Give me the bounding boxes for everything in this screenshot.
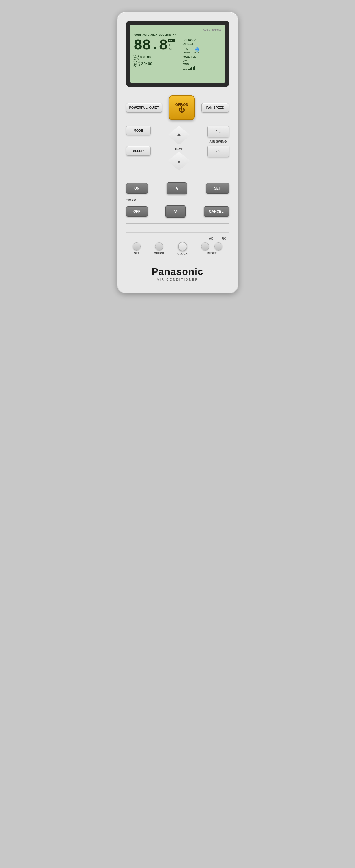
fan-bar-2 — [190, 68, 191, 70]
fan-bar-4 — [193, 66, 194, 70]
air-swing-lr-icon: <> — [216, 149, 220, 154]
lcd-unit-block: OFF °F °C — [168, 39, 175, 51]
lcd-quiet-label: QUIET — [183, 59, 222, 62]
lcd-off-timer-time: 20:00 — [141, 62, 153, 66]
small-btns-row: SET CHECK CLOCK RESET — [126, 242, 229, 255]
clock-group: CLOCK — [178, 242, 188, 255]
divider-1 — [126, 176, 229, 177]
lcd-unit-f: °F — [168, 43, 175, 47]
rc-label: RC — [222, 237, 226, 240]
clock-button[interactable] — [178, 242, 187, 251]
mode-button[interactable]: MODE — [126, 126, 151, 135]
lcd-fan-bars — [188, 66, 195, 70]
offon-button[interactable]: OFF/ON ⏻ — [169, 95, 195, 120]
lcd-temp-display: 88.8 OFF °F °C — [134, 38, 180, 53]
temp-up-button[interactable]: ▲ — [167, 126, 191, 145]
air-swing-up-button[interactable]: ⌃⌄ — [207, 126, 229, 137]
timer-off-row: OFF ∨ CANCEL — [126, 206, 229, 218]
lcd-main-area: 88.8 OFF °F °C ONAMPM ①② 88:88 — [134, 38, 222, 71]
remote-control: INVERTER iCOMFiAUTO-XHEATCOOLDRYFAN 88.8… — [117, 11, 238, 293]
power-icon: ⏻ — [179, 107, 185, 113]
timer-section-label: TIMER — [126, 198, 229, 202]
fan-bar-3 — [191, 67, 192, 70]
air-swing-lr-button[interactable]: <> — [207, 146, 229, 157]
lcd-display-outer: INVERTER iCOMFiAUTO-XHEATCOOLDRYFAN 88.8… — [126, 21, 229, 87]
timer-off-button[interactable]: OFF — [126, 206, 148, 217]
lcd-unit-c: °C — [168, 47, 175, 51]
brand-section: Panasonic AIR CONDITIONER — [126, 266, 229, 281]
temp-up-icon: ▲ — [176, 131, 182, 137]
clock-label: CLOCK — [178, 252, 188, 255]
lcd-auto-box-2: 🌀 AUTO — [193, 46, 202, 54]
row-2: MODE SLEEP ▲ TEMP ▼ ⌃⌄ AIR SWING <> — [126, 126, 229, 170]
reset-label: RESET — [207, 252, 217, 255]
ac-reset-button[interactable] — [201, 243, 209, 251]
arrow-up-icon: ∧ — [175, 186, 179, 191]
cancel-button[interactable]: CANCEL — [204, 206, 229, 217]
lcd-fan-bar-row: FAN — [183, 66, 222, 71]
lcd-modes-row: iCOMFiAUTO-XHEATCOOLDRYFAN — [134, 34, 222, 37]
lcd-on-timer-row: ONAMPM ①② 88:88 — [134, 54, 180, 60]
set-small-group: SET — [132, 243, 140, 255]
lcd-auto-fan-label: AUTO — [183, 62, 222, 66]
timer-on-button[interactable]: ON — [126, 183, 148, 193]
lcd-auto-icon-1: ≋ — [184, 48, 190, 52]
lcd-left-panel: 88.8 OFF °F °C ONAMPM ①② 88:88 — [134, 38, 180, 71]
check-group: CHECK — [154, 243, 164, 255]
temp-label: TEMP — [174, 147, 184, 151]
powerful-quiet-button[interactable]: POWERFUL/ QUIET — [126, 103, 162, 112]
ac-label: AC — [209, 237, 213, 240]
timer-up-button[interactable]: ∧ — [167, 182, 187, 194]
set-small-label: SET — [134, 252, 139, 255]
temp-down-icon: ▼ — [176, 159, 182, 165]
lcd-off-timer-label: OFFAMPM — [134, 61, 137, 67]
fan-speed-button[interactable]: FAN SPEED — [201, 103, 229, 112]
brand-subtitle: AIR CONDITIONER — [126, 278, 229, 281]
air-swing-section: ⌃⌄ AIR SWING <> — [207, 126, 229, 157]
lcd-shower-label: SHOWER DIRECT — [183, 38, 222, 46]
timer-on-row: ON ∧ SET — [126, 182, 229, 194]
mode-sleep-col: MODE SLEEP — [126, 126, 151, 156]
lcd-off-badge: OFF — [168, 39, 175, 42]
set-button[interactable]: SET — [206, 183, 229, 193]
lcd-right-panel: SHOWER DIRECT ≋ AUTO 🌀 AUTO — [183, 38, 222, 71]
reset-circles — [201, 243, 223, 251]
lcd-powerful-label: POWERFUL — [183, 55, 222, 59]
timer-down-button[interactable]: ∨ — [165, 206, 186, 218]
rc-reset-button[interactable] — [215, 243, 223, 251]
check-button[interactable] — [155, 243, 163, 251]
air-swing-label: AIR SWING — [209, 140, 227, 143]
air-swing-up-icon: ⌃⌄ — [215, 130, 221, 134]
arrow-down-icon: ∨ — [174, 209, 178, 214]
buttons-area: POWERFUL/ QUIET OFF/ON ⏻ FAN SPEED MODE … — [126, 95, 229, 281]
lcd-timers: ONAMPM ①② 88:88 OFFAMPM ①② 20:00 — [134, 54, 180, 67]
lcd-auto-box-1: ≋ AUTO — [183, 46, 191, 54]
divider-2 — [126, 223, 229, 224]
temp-down-button[interactable]: ▼ — [167, 152, 191, 170]
temp-section: ▲ TEMP ▼ — [167, 126, 191, 170]
sleep-button[interactable]: SLEEP — [126, 146, 151, 155]
ac-rc-row: AC RC — [126, 237, 229, 240]
lcd-auto-row: ≋ AUTO 🌀 AUTO — [183, 46, 222, 54]
fan-bar-5 — [194, 66, 195, 70]
fan-bar-1 — [188, 69, 190, 70]
row-1: POWERFUL/ QUIET OFF/ON ⏻ FAN SPEED — [126, 95, 229, 120]
lcd-display-inner: INVERTER iCOMFiAUTO-XHEATCOOLDRYFAN 88.8… — [130, 25, 225, 83]
brand-name: Panasonic — [126, 266, 229, 277]
lcd-off-timer-row: OFFAMPM ①② 20:00 — [134, 61, 180, 67]
bottom-section: AC RC SET CHECK CLOCK — [126, 232, 229, 257]
reset-group: RESET — [201, 243, 223, 255]
inverter-logo: INVERTER — [134, 28, 222, 32]
lcd-on-timer-label: ONAMPM — [134, 54, 136, 60]
lcd-auto-icon-2: 🌀 — [194, 48, 200, 52]
lcd-right-bottom: POWERFUL QUIET AUTO FAN — [183, 55, 222, 71]
lcd-on-timer-time: 88:88 — [140, 55, 152, 60]
lcd-temp-digits: 88.8 — [134, 38, 167, 53]
set-small-button[interactable] — [132, 243, 140, 251]
check-label: CHECK — [154, 252, 164, 255]
